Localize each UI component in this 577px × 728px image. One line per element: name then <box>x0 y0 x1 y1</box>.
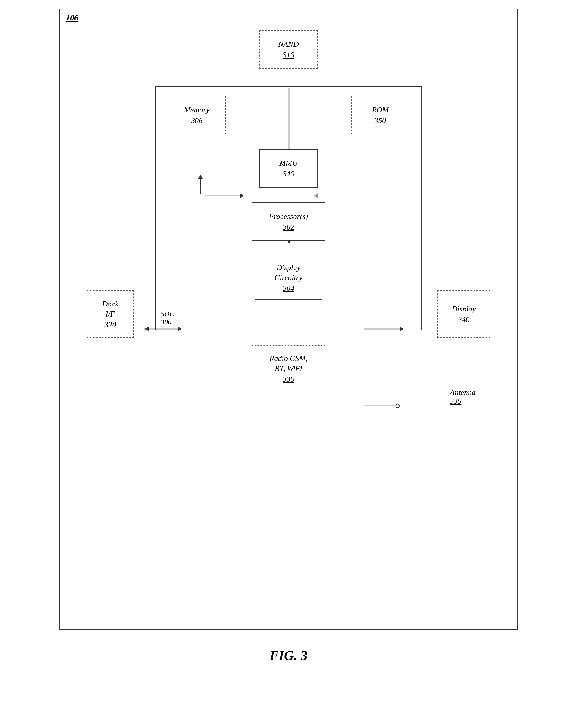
soc-label: SOC 300 <box>161 310 174 326</box>
svg-marker-17 <box>145 327 149 331</box>
outer-frame: 106 <box>59 9 518 630</box>
frame-label: 106 <box>66 13 78 23</box>
fig-caption: FIG. 3 <box>270 648 307 664</box>
processors-box: Processor(s) 302 <box>251 202 326 241</box>
svg-point-23 <box>396 404 400 408</box>
dock-box: Dock I/F 320 <box>87 290 134 338</box>
nand-box: NAND 310 <box>259 30 318 69</box>
diagram-area: NAND 310 SOC 300 Memory 306 <box>78 30 499 392</box>
display-circuitry-box: Display Circuitry 304 <box>254 256 323 300</box>
nand-label: NAND <box>278 40 299 49</box>
nand-num: 310 <box>283 51 295 59</box>
soc-container: SOC 300 Memory 306 ROM 350 <box>156 86 421 330</box>
radio-box: Radio GSM, BT, WiFi 330 <box>251 345 326 392</box>
mmu-box: MMU 340 <box>259 149 318 187</box>
display-box: Display 340 <box>437 290 490 338</box>
rom-box: ROM 350 <box>352 96 409 134</box>
memory-box: Memory 306 <box>168 96 225 134</box>
